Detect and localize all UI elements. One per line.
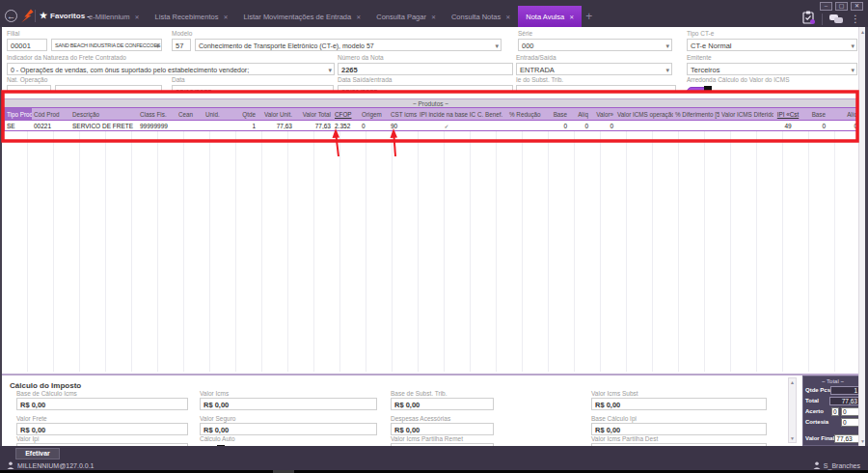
column-header-diferimento-51[interactable]: % Diferimento [51] bbox=[673, 108, 719, 120]
field-label: Despesas Acessórias bbox=[391, 415, 494, 423]
base-de-subst-trib-input[interactable]: R$ 0,00 bbox=[391, 398, 494, 410]
field-modelo: Modelo 57 Conhecimento de Transporte Ele… bbox=[172, 30, 502, 51]
minimize-button[interactable]: – bbox=[820, 2, 832, 11]
base-de-calculo-icms-input[interactable]: R$ 0,00 bbox=[16, 398, 188, 410]
column-header-descricao[interactable]: Descrição bbox=[70, 108, 138, 120]
imposto-field-valor-frete: Valor FreteR$ 0,00 bbox=[16, 415, 188, 435]
kebab-menu-icon[interactable]: ⋮ bbox=[851, 14, 860, 25]
products-header-row: Tipo ProdCód ProdDescriçãoClass Fis.Cean… bbox=[5, 108, 858, 121]
product-cell-cfop: 2.352 bbox=[333, 121, 360, 130]
tab-close-icon[interactable]: ✕ bbox=[569, 14, 574, 20]
modelo-select[interactable]: Conhecimento de Transporte Eletrônico (C… bbox=[195, 39, 502, 51]
imposto-scrollbar[interactable]: ▲ ▼ bbox=[788, 377, 797, 443]
filial-select[interactable]: SAND BEACH INDUSTRIA DE CONFECCOES LTDA … bbox=[51, 39, 162, 51]
tab-close-icon[interactable]: ✕ bbox=[223, 14, 228, 20]
column-header-reducao[interactable]: % Redução bbox=[507, 108, 542, 120]
total-row-valor-final: Valor Final77,63 bbox=[805, 433, 860, 443]
serie-select[interactable]: 000 ▾ bbox=[518, 39, 672, 51]
tipo-cte-select[interactable]: CT-e Normal ▾ bbox=[687, 39, 857, 51]
tab-nota-avulsa[interactable]: Nota Avulsa✕ bbox=[518, 6, 582, 27]
clipboard-notification-icon[interactable] bbox=[802, 11, 815, 28]
connection-text: MILLENNIUM@127.0.0.1 bbox=[17, 462, 94, 469]
tab-close-icon[interactable]: ✕ bbox=[505, 14, 510, 20]
tab-listar-movimentacoes-de-entrada[interactable]: Listar Movimentações de Entrada✕ bbox=[235, 6, 368, 27]
column-header-valor-total[interactable]: Valor Total bbox=[294, 108, 333, 120]
tab-consulta-pagar[interactable]: Consulta Pagar✕ bbox=[368, 6, 444, 27]
back-icon[interactable]: ← bbox=[5, 10, 17, 22]
tab-strip: e-Millennium✕Lista Recebimentos✕Listar M… bbox=[81, 6, 592, 27]
maximize-button[interactable]: ▢ bbox=[835, 2, 848, 11]
numero-nota-input[interactable]: 2265 bbox=[338, 63, 513, 75]
column-header-tipo-prod[interactable]: Tipo Prod bbox=[5, 108, 32, 120]
close-button[interactable]: ✕ bbox=[851, 2, 863, 11]
scroll-down-icon[interactable]: ▼ bbox=[859, 438, 866, 444]
field-filial: Filial 00001 SAND BEACH INDUSTRIA DE CON… bbox=[7, 30, 162, 51]
modelo-code-input[interactable]: 57 bbox=[172, 39, 191, 51]
valor-icms-input[interactable]: R$ 0,00 bbox=[200, 398, 377, 410]
filial-code-input[interactable]: 00001 bbox=[7, 39, 47, 51]
tab-close-icon[interactable]: ✕ bbox=[431, 14, 436, 20]
product-cell-valor-icms-operacao-51 bbox=[615, 121, 673, 130]
efetivar-button[interactable]: Efetivar bbox=[15, 448, 60, 459]
column-header-cfop[interactable]: CFOP bbox=[333, 108, 360, 120]
product-cell-base: 0 bbox=[542, 121, 569, 130]
valor-icms-subst-input[interactable]: R$ 0,00 bbox=[591, 398, 767, 410]
product-cell-class-fis: 99999999 bbox=[138, 121, 176, 130]
valor-frete-input[interactable]: R$ 0,00 bbox=[16, 423, 188, 435]
scroll-up-icon[interactable]: ▲ bbox=[859, 29, 866, 35]
tab-consulta-notas[interactable]: Consulta Notas✕ bbox=[444, 6, 518, 27]
total-value-valor-final[interactable]: 77,63 bbox=[834, 434, 860, 443]
column-header-cod-prod[interactable]: Cód Prod bbox=[32, 108, 70, 120]
base-calculo-ipi-input[interactable]: R$ 0,00 bbox=[591, 423, 767, 435]
column-header-c-benef[interactable]: C. Benef. bbox=[475, 108, 507, 120]
imposto-field-base-de-calculo-icms: Base de Cálculo IcmsR$ 0,00 bbox=[16, 390, 188, 410]
product-cell-base: 0 bbox=[802, 121, 827, 130]
indicador-select[interactable]: 0 - Operações de vendas, com ônus suport… bbox=[7, 63, 335, 75]
column-header-cean[interactable]: Cean bbox=[176, 108, 203, 120]
column-header-base[interactable]: Base bbox=[802, 108, 827, 120]
user-icon bbox=[7, 461, 14, 469]
column-header-origem[interactable]: Origem bbox=[360, 108, 389, 120]
column-header-unid[interactable]: Unid. bbox=[203, 108, 231, 120]
divider bbox=[822, 14, 823, 25]
millennium-erp-window: – ▢ ✕ ← ★ Favoritos - e-Millennium✕Lista… bbox=[0, 0, 868, 473]
tab-lista-recebimentos[interactable]: Lista Recebimentos✕ bbox=[148, 6, 236, 27]
column-header-aliq[interactable]: Alíq bbox=[569, 108, 590, 120]
total-value-acerto[interactable]: 0 bbox=[831, 407, 839, 416]
main-scrollbar[interactable]: ▲ ▼ bbox=[858, 27, 865, 446]
despesas-acessorias-input[interactable]: R$ 0,00 bbox=[391, 423, 494, 435]
total-value-cortesia[interactable]: 0 bbox=[841, 418, 860, 427]
imposto-field-valor-icms-subst: Valor Icms SubstR$ 0,00 bbox=[591, 390, 767, 410]
column-header-class-fis[interactable]: Class Fis. bbox=[138, 108, 176, 120]
column-header-valor[interactable]: Valor» bbox=[590, 108, 615, 120]
valor-seguro-input[interactable]: R$ 0,00 bbox=[200, 423, 377, 435]
dropdown-arrow-icon: ▾ bbox=[328, 66, 332, 74]
column-header-aliq[interactable]: Alíq bbox=[827, 108, 858, 120]
field-label: Entrada/Saída bbox=[516, 54, 672, 62]
emitente-select[interactable]: Terceiros ▾ bbox=[687, 63, 857, 75]
chat-icon[interactable] bbox=[829, 11, 844, 28]
tab-close-icon[interactable]: ✕ bbox=[356, 14, 361, 20]
tab-e-millennium[interactable]: e-Millennium✕ bbox=[81, 6, 148, 27]
total-value2-acerto[interactable]: 0 bbox=[841, 407, 860, 416]
imposto-field-despesas-acessorias: Despesas AcessóriasR$ 0,00 bbox=[391, 415, 494, 435]
new-tab-button[interactable]: + bbox=[585, 6, 592, 27]
product-cell-ipi-incide-na-base-icms: ✓ bbox=[418, 121, 475, 130]
entrada-saida-select[interactable]: ENTRADA ▾ bbox=[516, 63, 672, 75]
column-header-valor-unit[interactable]: Valor Unit. bbox=[258, 108, 294, 120]
indicador-value: 0 - Operações de vendas, com ônus suport… bbox=[11, 67, 249, 73]
column-header-qtde[interactable]: Qtde bbox=[231, 108, 258, 120]
column-header-ipi-incide-na-base-icms[interactable]: IPI incide na base ICMS bbox=[418, 108, 475, 120]
scroll-up-icon[interactable]: ▲ bbox=[789, 379, 796, 385]
field-label: Data Saída/entrada bbox=[338, 76, 513, 84]
imposto-field-base-de-subst-trib: Base de Subst. Trib.R$ 0,00 bbox=[391, 390, 494, 410]
scroll-down-icon[interactable]: ▼ bbox=[789, 435, 796, 441]
column-header-base[interactable]: Base bbox=[542, 108, 569, 120]
column-header-ipi-cst[interactable]: IPI «Cst bbox=[773, 108, 802, 120]
column-header-valor-icms-operacao-51[interactable]: Valor ICMS operação [51] bbox=[615, 108, 673, 120]
titlebar-icons: ⋮ bbox=[802, 11, 860, 28]
column-header-cst-icms[interactable]: CST icms bbox=[389, 108, 418, 120]
product-row[interactable]: SE00221SERVICO DE FRETE99999999177,6377,… bbox=[5, 121, 858, 131]
tab-close-icon[interactable]: ✕ bbox=[135, 14, 140, 20]
column-header-valor-icms-diferido-51[interactable]: Valor ICMS Diferido [51] bbox=[719, 108, 773, 120]
